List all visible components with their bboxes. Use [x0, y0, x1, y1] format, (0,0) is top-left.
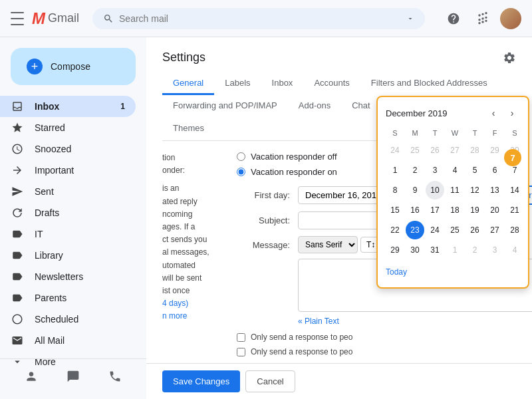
allmail-icon — [11, 334, 24, 347]
calendar-prev-button[interactable]: ‹ — [485, 105, 501, 121]
tab-forwarding[interactable]: Forwarding and POP/IMAP — [162, 95, 288, 118]
sidebar-item-allmail[interactable]: All Mail — [0, 330, 136, 351]
cal-day[interactable]: 9 — [406, 181, 424, 200]
cal-day[interactable]: 4 — [446, 161, 464, 180]
settings-gear-icon[interactable] — [503, 51, 516, 65]
label-icon-library — [11, 249, 24, 262]
calendar-next-button[interactable]: › — [504, 105, 520, 121]
avatar[interactable] — [500, 8, 521, 29]
sidebar-item-it[interactable]: IT — [0, 223, 136, 245]
inbox-badge: 1 — [120, 102, 125, 111]
calendar-today-button[interactable]: Today — [386, 265, 520, 279]
tab-filters[interactable]: Filters and Blocked Addresses — [360, 72, 498, 95]
sidebar-item-newsletters[interactable]: Newsletters — [0, 266, 136, 287]
cal-day[interactable]: 29 — [485, 141, 504, 160]
label-icon-newsletters — [11, 270, 24, 283]
cal-day[interactable]: 25 — [406, 141, 424, 160]
search-dropdown-icon[interactable] — [406, 15, 414, 23]
search-input[interactable] — [119, 13, 401, 24]
logo-text: Gmail — [48, 11, 79, 25]
apps-button[interactable] — [471, 7, 495, 31]
cal-day[interactable]: 30 — [406, 241, 424, 259]
cal-day[interactable]: 4 — [505, 241, 524, 259]
radio-off-input[interactable] — [237, 152, 245, 161]
cal-day[interactable]: 13 — [485, 181, 504, 200]
radio-on-label: Vacation responder on — [251, 167, 337, 177]
cal-day[interactable]: 6 — [485, 161, 504, 180]
cal-day[interactable]: 20 — [485, 201, 504, 219]
tab-themes[interactable]: Themes — [162, 118, 215, 140]
cal-day[interactable]: 19 — [466, 201, 484, 219]
sidebar-item-drafts[interactable]: Drafts — [0, 202, 136, 223]
sidebar-item-important[interactable]: Important — [0, 160, 136, 181]
tab-labels[interactable]: Labels — [214, 72, 261, 95]
first-day-label: First day: — [237, 190, 290, 200]
chat-icon-btn[interactable] — [61, 364, 85, 388]
sidebar-item-sent[interactable]: Sent — [0, 181, 136, 202]
search-icon — [103, 13, 114, 24]
cal-day[interactable]: 14 — [505, 181, 524, 200]
cal-day[interactable]: 8 — [386, 181, 404, 200]
cal-day[interactable]: 1 — [446, 241, 464, 259]
sidebar-item-scheduled[interactable]: Scheduled — [0, 309, 136, 330]
font-family-select[interactable]: Sans Serif — [298, 236, 358, 253]
sidebar-item-library[interactable]: Library — [0, 245, 136, 266]
cal-day[interactable]: 25 — [446, 221, 464, 239]
cal-day[interactable]: 28 — [505, 221, 524, 239]
cal-day[interactable]: 27 — [485, 221, 504, 239]
parents-label: Parents — [35, 293, 66, 303]
cal-day[interactable]: 22 — [386, 221, 404, 239]
cal-day[interactable]: 26 — [466, 221, 484, 239]
cal-day[interactable]: 28 — [466, 141, 484, 160]
tab-general[interactable]: General — [162, 72, 214, 95]
scheduled-label: Scheduled — [35, 314, 78, 325]
tab-accounts[interactable]: Accounts — [303, 72, 360, 95]
cal-day[interactable]: 26 — [426, 141, 444, 160]
cal-day[interactable]: 2 — [406, 161, 424, 180]
cal-day[interactable]: 27 — [446, 141, 464, 160]
cal-day-23-selected[interactable]: 23 — [406, 221, 424, 239]
help-button[interactable] — [442, 7, 466, 31]
tab-addons[interactable]: Add-ons — [288, 95, 341, 118]
menu-button[interactable] — [11, 12, 24, 25]
tab-chat[interactable]: Chat — [341, 95, 380, 118]
cal-day[interactable]: 21 — [505, 201, 524, 219]
cal-day[interactable]: 16 — [406, 201, 424, 219]
cal-day[interactable]: 5 — [466, 161, 484, 180]
cal-day[interactable]: 1 — [386, 161, 404, 180]
star-icon — [11, 121, 24, 134]
sidebar-item-inbox[interactable]: Inbox 1 — [0, 96, 136, 117]
compose-button[interactable]: + Compose — [11, 48, 136, 85]
cal-day[interactable]: 12 — [466, 181, 484, 200]
save-button[interactable]: Save Changes — [162, 370, 240, 392]
cal-day[interactable]: 11 — [446, 181, 464, 200]
cal-day-10[interactable]: 10 — [426, 181, 444, 200]
radio-on-input[interactable] — [237, 168, 245, 176]
cal-day[interactable]: 3 — [426, 161, 444, 180]
cal-day[interactable]: 18 — [446, 201, 464, 219]
cal-day[interactable]: 15 — [386, 201, 404, 219]
contacts-button[interactable] — [19, 364, 43, 388]
cal-header-wed: W — [446, 126, 464, 140]
cal-day[interactable]: 29 — [386, 241, 404, 259]
cal-day[interactable]: 3 — [485, 241, 504, 259]
phone-button[interactable] — [103, 364, 127, 388]
cal-day[interactable]: 2 — [466, 241, 484, 259]
cal-day[interactable]: 24 — [386, 141, 404, 160]
cal-day[interactable]: 24 — [426, 221, 444, 239]
sidebar: + Compose Inbox 1 Starred Snoozed — [0, 37, 146, 399]
message-label: Message: — [237, 236, 290, 250]
sidebar-item-parents[interactable]: Parents — [0, 287, 136, 309]
plain-text-link[interactable]: « Plain Text — [298, 317, 532, 326]
compose-label: Compose — [51, 61, 90, 72]
checkbox-1[interactable] — [237, 333, 245, 342]
calendar-navigation: ‹ › — [485, 105, 520, 121]
cancel-button[interactable]: Cancel — [245, 370, 295, 392]
sidebar-item-starred[interactable]: Starred — [0, 117, 136, 138]
checkbox-2[interactable] — [237, 348, 245, 356]
checkbox-row-2: Only send a response to peo — [237, 347, 532, 356]
tab-inbox[interactable]: Inbox — [261, 72, 304, 95]
cal-day[interactable]: 31 — [426, 241, 444, 259]
sidebar-item-snoozed[interactable]: Snoozed — [0, 138, 136, 160]
cal-day[interactable]: 17 — [426, 201, 444, 219]
